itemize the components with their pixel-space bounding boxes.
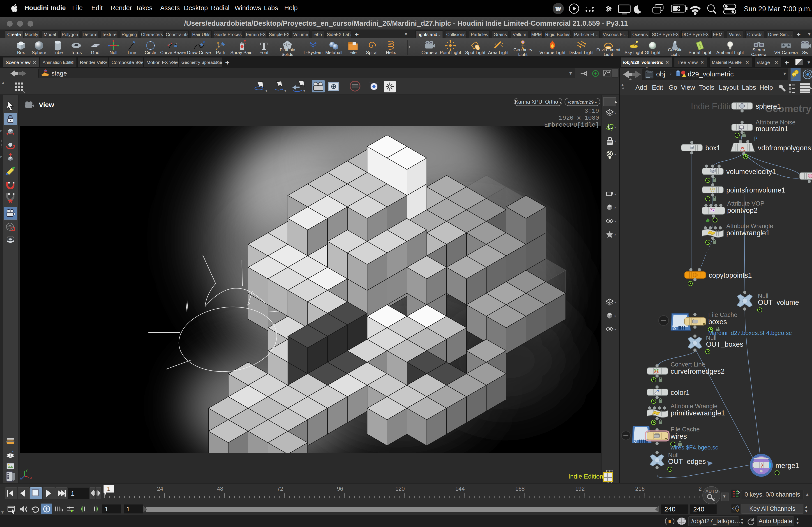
svg-text:2: 2 — [698, 485, 702, 492]
svg-text:vdbfrompolygons1: vdbfrompolygons1 — [758, 144, 812, 152]
svg-text:Mardini_d27.boxes.$F4.bgeo.sc: Mardini_d27.boxes.$F4.bgeo.sc — [708, 330, 792, 336]
svg-text:7:00 p.m.: 7:00 p.m. — [783, 5, 812, 13]
svg-text:w: w — [555, 5, 561, 12]
svg-text:boxes: boxes — [708, 318, 727, 326]
svg-text:wires: wires — [670, 432, 687, 440]
svg-text:sphere1: sphere1 — [756, 102, 781, 110]
svg-text:Sun 29 Mar: Sun 29 Mar — [744, 5, 780, 13]
svg-text:y: y — [26, 468, 28, 472]
svg-text:48: 48 — [217, 485, 223, 492]
svg-text:Attribute Wrangle: Attribute Wrangle — [670, 403, 717, 409]
svg-text:File Cache: File Cache — [670, 426, 700, 433]
svg-text:box1: box1 — [705, 144, 721, 152]
svg-text:VDB: VDB — [740, 149, 745, 152]
svg-text:wires.$F4.bgeo.sc: wires.$F4.bgeo.sc — [670, 444, 718, 451]
svg-text:Indie Edition: Indie Edition — [691, 102, 738, 111]
svg-text:168: 168 — [516, 485, 525, 492]
svg-text:OUT_volume: OUT_volume — [758, 298, 799, 306]
svg-text:1: 1 — [107, 485, 111, 492]
svg-text:96: 96 — [337, 485, 343, 492]
svg-text:Attribute Wrangle: Attribute Wrangle — [726, 223, 773, 229]
svg-text:curvefromedges2: curvefromedges2 — [670, 367, 725, 375]
svg-text:72: 72 — [277, 485, 283, 492]
svg-text:pointvop2: pointvop2 — [727, 207, 757, 214]
svg-text:24: 24 — [157, 485, 163, 492]
svg-text:primitivewrangle1: primitivewrangle1 — [670, 409, 725, 417]
svg-text:144: 144 — [455, 485, 465, 492]
svg-text:OUT_boxes: OUT_boxes — [706, 340, 743, 348]
svg-text:copytopoints1: copytopoints1 — [709, 271, 752, 279]
svg-text:Convert Line: Convert Line — [670, 361, 705, 368]
svg-text:OUT_edges: OUT_edges — [668, 457, 706, 465]
svg-text:pointsfromvolume1: pointsfromvolume1 — [726, 186, 785, 194]
svg-text:216: 216 — [635, 485, 644, 492]
svg-text:File Cache: File Cache — [708, 312, 737, 318]
svg-text:120: 120 — [395, 485, 405, 492]
svg-text:192: 192 — [575, 485, 585, 492]
svg-text:x: x — [30, 476, 32, 479]
svg-text:P: P — [753, 135, 758, 142]
svg-text:mountain1: mountain1 — [756, 125, 788, 133]
svg-text:z: z — [20, 476, 21, 479]
svg-text:volumevelocity1: volumevelocity1 — [726, 168, 776, 176]
svg-text:pointwrangle1: pointwrangle1 — [726, 229, 770, 237]
svg-text:merge1: merge1 — [775, 462, 799, 469]
svg-text:Attribute VOP: Attribute VOP — [727, 200, 765, 207]
svg-text:color1: color1 — [670, 389, 690, 396]
